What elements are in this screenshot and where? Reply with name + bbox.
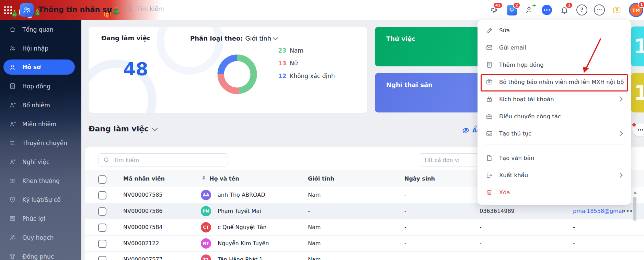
column-header[interactable]: Họ và tên — [209, 170, 239, 187]
menu-item-kich-hoat-tai-khoan[interactable]: Kích hoạt tài khoản — [478, 90, 631, 108]
global-search-input[interactable] — [136, 5, 196, 13]
home-icon — [9, 26, 16, 33]
avatar: T1 — [201, 254, 211, 260]
menu-item-tao-van-ban[interactable]: Tạo văn bản — [478, 149, 631, 166]
table-row[interactable]: NV000007584 CT c Quế Nguyệt Tân Nam - - … — [85, 219, 644, 236]
menu-item-xuat-khau[interactable]: Xuất khẩu — [478, 166, 631, 184]
avatar: NT — [201, 238, 211, 249]
sidebar-item-mien-nhiem[interactable]: Miễn nhiệm — [0, 115, 81, 133]
chevron-right-icon — [618, 131, 623, 136]
table-search[interactable] — [99, 153, 228, 166]
row-actions-button[interactable]: ••• — [623, 203, 633, 219]
award-icon — [9, 177, 16, 184]
sidebar-item-khen-thuong[interactable]: Khen thưởng — [0, 171, 81, 190]
topbar-icons: 41 2 + 1 ? ⋯ — [489, 0, 643, 20]
page-title: Thông tin nhân sự — [38, 6, 112, 14]
benefit-icon — [9, 215, 16, 222]
pencil-icon — [486, 27, 493, 34]
festive-decoration: 🎄 — [112, 7, 120, 15]
whats-new-icon[interactable] — [611, 4, 622, 15]
employee-name[interactable]: anh Thọ ABROAD — [218, 187, 265, 203]
avatar: AA — [201, 190, 211, 200]
scrollbar-up-arrow[interactable] — [633, 191, 637, 194]
table-search-input[interactable] — [113, 156, 217, 164]
user-avatar[interactable]: TM 1 — [629, 3, 643, 17]
sidebar-item-tong-quan[interactable]: Tổng quan — [0, 20, 81, 39]
sidebar-item-dong-phuc[interactable]: Đồng phục — [0, 247, 81, 260]
menu-item-gui-email[interactable]: Gửi email — [478, 39, 631, 56]
more-options-icon[interactable]: ⋯ — [594, 4, 605, 15]
section-more-button[interactable]: ⋯ — [632, 123, 644, 136]
divider — [183, 33, 183, 107]
employee-name[interactable]: Tân Hằng Phát 1 — [218, 252, 263, 260]
tv-off-icon — [486, 78, 493, 86]
sidebar-item-hoi-nhap[interactable]: Hội nhập — [0, 39, 81, 58]
table-row[interactable]: NV00002122 NT Nguyễn Kim Tuyên Nam - - - — [85, 236, 644, 252]
row-checkbox[interactable] — [98, 191, 106, 199]
add-user-icon[interactable]: + — [524, 4, 535, 15]
menu-item-xoa[interactable]: Xóa — [478, 184, 631, 201]
employee-name[interactable]: Phạm Tuyết Mai — [218, 203, 261, 219]
section-header[interactable]: Đang làm việc — [89, 124, 157, 133]
menu-item-them-hop-dong[interactable]: Thêm hợp đồng — [478, 56, 631, 73]
menu-item-tao-thu-tuc[interactable]: Tạo thủ tục — [478, 125, 631, 142]
chevron-down-icon[interactable] — [152, 125, 158, 131]
employee-name[interactable]: Nguyễn Kim Tuyên — [218, 236, 269, 251]
sidebar-item-nghi-viec[interactable]: Nghỉ việc — [0, 152, 81, 171]
announcement-icon[interactable]: 41 — [489, 4, 500, 15]
sidebar-item-hop-dong[interactable]: Hợp đồng — [0, 77, 81, 96]
chevron-right-icon — [618, 172, 623, 178]
avatar: CT — [201, 222, 211, 232]
column-header[interactable]: Giới tính — [308, 170, 334, 187]
help-icon[interactable]: ? — [576, 4, 587, 15]
classify-header[interactable]: Phân loại theo: Giới tính — [190, 35, 277, 42]
cart-icon[interactable]: 2 — [506, 4, 517, 15]
select-all-checkbox[interactable] — [98, 175, 106, 184]
stat-card-yellow[interactable]: 1 — [631, 73, 644, 112]
row-actions-menu: Sửa Gửi email Thêm hợp đồng Bỏ thông báo… — [478, 20, 631, 205]
menu-item-sua[interactable]: Sửa — [478, 22, 631, 39]
contract-icon — [486, 61, 493, 68]
export-icon — [486, 172, 493, 179]
legend-item: 12 Không xác định — [274, 73, 335, 79]
employee-email[interactable]: pmai18558@gmai — [573, 203, 623, 219]
column-header[interactable]: Mã nhân viên — [123, 170, 165, 187]
stat-card-cyan[interactable]: 1 — [631, 26, 644, 66]
table-row[interactable]: NV000007586 PM Phạm Tuyết Mai - - 036361… — [85, 203, 644, 219]
table-row[interactable]: NV000007577 T1 Tân Hằng Phát 1 Nam — [85, 252, 644, 260]
row-checkbox[interactable] — [98, 207, 106, 216]
classify-label: Phân loại theo: — [190, 35, 243, 42]
chevron-down-icon[interactable] — [273, 35, 278, 41]
sidebar-item-thuyen-chuyen[interactable]: Thuyên chuyển — [0, 133, 81, 152]
row-checkbox[interactable] — [98, 240, 106, 248]
envelope-icon — [486, 44, 493, 51]
row-checkbox[interactable] — [98, 224, 106, 232]
hr-app-icon[interactable] — [20, 3, 34, 17]
app-grid-icon[interactable] — [4, 6, 12, 14]
scrollbar-thumb[interactable] — [633, 197, 636, 221]
sidebar-item-bo-nhiem[interactable]: Bổ nhiệm — [0, 96, 81, 115]
legend-item: 23 Nam — [274, 47, 335, 54]
column-header[interactable]: Ngày sinh — [404, 170, 435, 187]
notifications-bell-icon[interactable]: 1 — [559, 4, 570, 15]
sidebar-item-quy-hoach[interactable]: Quy hoạch — [0, 228, 81, 247]
pin-icon[interactable] — [201, 175, 207, 181]
avatar-badge: 1 — [638, 1, 644, 8]
menu-item-dieu-chuyen-cong-tac[interactable]: Điều chuyển công tác — [478, 108, 631, 125]
sidebar: Tổng quan Hội nhập Hồ sơ Hợp đồng Bổ nhi… — [0, 20, 81, 260]
employee-name[interactable]: c Quế Nguyệt Tân — [218, 219, 266, 235]
unlock-icon — [486, 96, 493, 103]
inbox-icon — [486, 130, 493, 137]
chat-icon[interactable] — [541, 4, 552, 15]
notification-dot — [632, 122, 636, 127]
announcement-badge: 41 — [493, 2, 503, 9]
sidebar-item-phuc-loi[interactable]: Phúc lợi — [0, 209, 81, 228]
cart-badge: 2 — [513, 2, 520, 9]
planning-icon — [9, 234, 16, 241]
row-checkbox[interactable] — [98, 256, 106, 260]
sidebar-item-ky-luat[interactable]: Kỷ luật/Sự cố — [0, 190, 81, 209]
person-plus-icon — [9, 101, 16, 109]
global-search[interactable] — [124, 4, 196, 13]
menu-item-bo-thong-bao-mxh[interactable]: Bỏ thông báo nhân viên mới lên MXH nội b… — [478, 73, 631, 90]
sidebar-item-ho-so[interactable]: Hồ sơ — [3, 59, 75, 75]
